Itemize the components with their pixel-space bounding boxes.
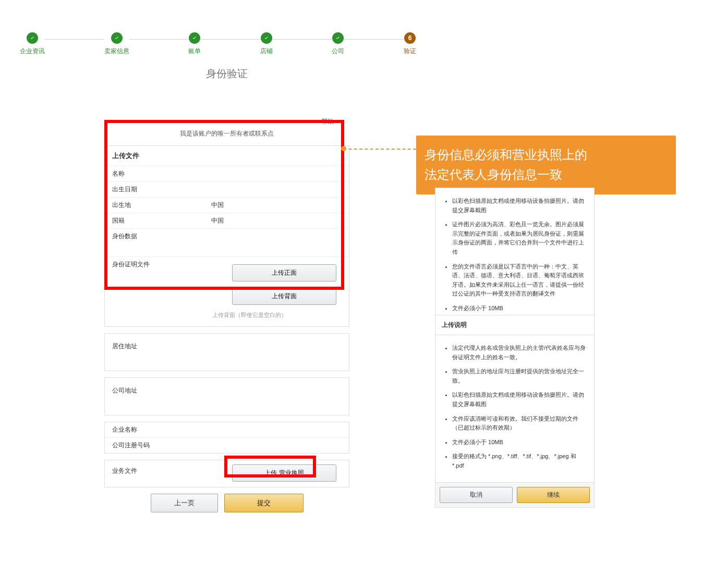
callout-line-1: 身份信息必须和营业执照上的 xyxy=(425,145,668,165)
iddoc-upload-area: 上传正面 上传背面 上传背面（即使它是空白的） xyxy=(204,257,349,326)
progress-steps: 企业资讯 卖家信息 账单 店铺 公司 6 验证 xyxy=(20,32,416,56)
form-nav-buttons: 上一页 提交 xyxy=(104,494,349,512)
birthplace-value: 中国 xyxy=(204,198,349,213)
panel2-cancel-button[interactable]: 取消 xyxy=(440,487,513,503)
current-step-icon: 6 xyxy=(404,32,416,44)
step-label: 账单 xyxy=(188,47,201,56)
biz-doc-upload-area: 上传 营业执照 xyxy=(204,460,349,487)
list-item: 法定代理人姓名或营业执照上的主管/代表姓名应与身份证明文件上的姓名一致。 xyxy=(452,344,588,362)
step-connector xyxy=(45,39,104,40)
upload-documents-section: 上传文件 名称 出生日期 出生地 中国 国籍 中国 身份数据 身份证明文件 上传… xyxy=(104,145,349,327)
upload-back-button[interactable]: 上传背面 xyxy=(232,288,336,305)
list-item: 证件图片必须为高清、彩色且一览无余。图片必须展示完整的证件页面，或者如果为居民身… xyxy=(452,220,588,256)
list-item: 营业执照上的地址应与注册时提供的营业地址完全一致。 xyxy=(452,367,588,385)
step-2: 卖家信息 xyxy=(104,32,129,56)
business-doc-section: 业务文件 上传 营业执照 xyxy=(104,460,349,487)
step-4: 店铺 xyxy=(260,32,273,56)
guideline-list-2: 法定代理人姓名或营业执照上的主管/代表姓名应与身份证明文件上的姓名一致。 营业执… xyxy=(442,344,588,471)
dob-label: 出生日期 xyxy=(105,182,204,197)
list-item: 文件必须小于 10MB xyxy=(452,304,588,313)
company-info-section: 企业名称 公司注册号码 xyxy=(104,422,349,454)
reg-no-row: 公司注册号码 xyxy=(105,438,349,453)
list-item: 您的文件语言必须是以下语言中的一种：中文、英语、法语、德语、意大利语、日语、葡萄… xyxy=(452,262,588,299)
panel2-buttons: 取消 继续 xyxy=(435,482,594,507)
step-connector xyxy=(273,39,332,40)
upload-guidelines-panel-2: 上传说明 法定代理人姓名或营业执照上的主管/代表姓名应与身份证明文件上的姓名一致… xyxy=(435,315,595,508)
list-item: 文件应该清晰可读和有效。我们不接受过期的文件（已超过标示的有效期） xyxy=(452,414,588,433)
iddoc-row: 身份证明文件 上传正面 上传背面 上传背面（即使它是空白的） xyxy=(105,257,349,326)
submit-button[interactable]: 提交 xyxy=(224,494,304,512)
owner-statement: 我是该账户的唯一所有者或联系点 xyxy=(104,129,349,138)
residential-address-row: 居住地址 xyxy=(104,333,349,371)
check-icon xyxy=(332,32,344,44)
panel2-continue-button[interactable]: 继续 xyxy=(517,487,590,503)
step-connector xyxy=(129,39,189,40)
check-icon xyxy=(189,32,200,44)
step-3: 账单 xyxy=(188,32,201,56)
step-connector xyxy=(201,39,260,40)
dob-row: 出生日期 xyxy=(105,182,349,198)
company-address-row: 公司地址 xyxy=(104,377,349,415)
check-icon xyxy=(261,32,272,44)
iddata-row: 身份数据 xyxy=(105,229,349,257)
nationality-label: 国籍 xyxy=(105,213,204,228)
step-label: 店铺 xyxy=(260,47,273,56)
biz-doc-row: 业务文件 上传 营业执照 xyxy=(105,460,349,487)
list-item: 文件必须小于 10MB xyxy=(452,438,588,447)
step-connector xyxy=(344,39,404,40)
upload-back-note: 上传背面（即使它是空白的） xyxy=(212,311,342,319)
help-link[interactable]: 帮助 xyxy=(104,117,349,126)
name-value xyxy=(204,166,349,181)
previous-button[interactable]: 上一页 xyxy=(151,494,218,512)
step-label: 卖家信息 xyxy=(104,47,129,56)
iddata-value xyxy=(204,229,349,256)
step-6: 6 验证 xyxy=(404,32,416,56)
nationality-row: 国籍 中国 xyxy=(105,213,349,229)
iddoc-label: 身份证明文件 xyxy=(105,257,204,326)
company-name-label: 企业名称 xyxy=(105,422,204,437)
callout-connector-line xyxy=(343,149,416,150)
dob-value xyxy=(204,182,349,197)
list-item: 以彩色扫描原始文档或使用移动设备拍摄照片。请勿提交屏幕截图 xyxy=(452,197,588,215)
list-item: 以彩色扫描原始文档或使用移动设备拍摄照片。请勿提交屏幕截图 xyxy=(452,390,588,409)
name-row: 名称 xyxy=(105,166,349,182)
panel2-title: 上传说明 xyxy=(435,315,594,335)
callout-line-2: 法定代表人身份信息一致 xyxy=(425,165,668,185)
upload-front-button[interactable]: 上传正面 xyxy=(232,264,336,281)
name-label: 名称 xyxy=(105,166,204,181)
reg-no-label: 公司注册号码 xyxy=(105,438,204,453)
step-1: 企业资讯 xyxy=(20,32,45,56)
birthplace-label: 出生地 xyxy=(105,198,204,213)
upload-license-button[interactable]: 上传 营业执照 xyxy=(232,464,336,482)
iddata-label: 身份数据 xyxy=(105,229,204,256)
birthplace-row: 出生地 中国 xyxy=(105,198,349,213)
biz-doc-label: 业务文件 xyxy=(105,460,204,487)
identity-callout: 身份信息必须和营业执照上的 法定代表人身份信息一致 xyxy=(416,136,676,194)
list-item: 接受的格式为 *.png、*.tiff、*.tif、*.jpg、*.jpeg 和… xyxy=(452,452,588,470)
step-label: 验证 xyxy=(404,47,416,56)
check-icon xyxy=(27,32,38,44)
company-name-row: 企业名称 xyxy=(105,422,349,438)
check-icon xyxy=(111,32,123,44)
step-label: 企业资讯 xyxy=(20,47,45,56)
step-5: 公司 xyxy=(332,32,344,56)
page-title: 身份验证 xyxy=(104,67,349,81)
identity-verification-form: 身份验证 帮助 我是该账户的唯一所有者或联系点 上传文件 名称 出生日期 出生地… xyxy=(104,67,349,512)
step-label: 公司 xyxy=(332,47,344,56)
section-title: 上传文件 xyxy=(105,146,349,166)
nationality-value: 中国 xyxy=(204,213,349,228)
